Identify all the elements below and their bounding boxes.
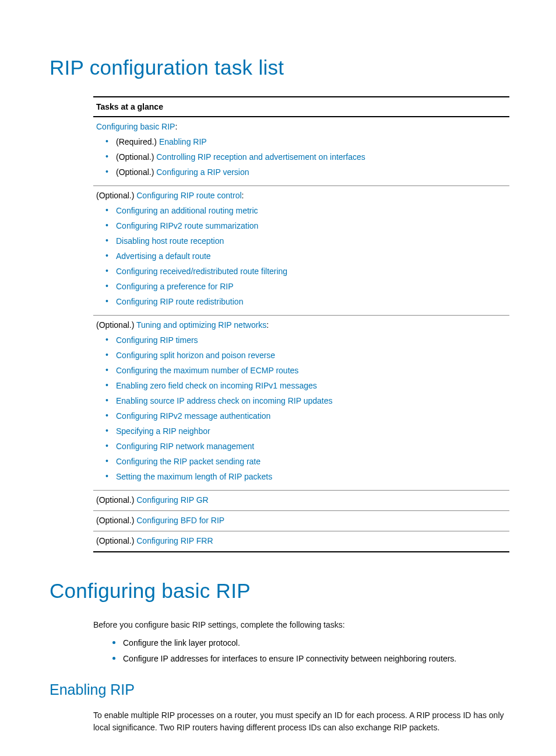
link-max-packet-length[interactable]: Setting the maximum length of RIP packet… [116,472,272,481]
link-enabling-rip[interactable]: Enabling RIP [159,137,207,146]
task-prefix: (Optional.) [96,516,136,525]
list-item: Configuring RIP network management [108,440,506,453]
list-item: Setting the maximum length of RIP packet… [108,471,506,483]
link-preference-for-rip[interactable]: Configuring a preference for RIP [116,282,234,291]
link-configuring-rip-version[interactable]: Configuring a RIP version [156,167,249,177]
link-source-ip-check[interactable]: Enabling source IP address check on inco… [116,396,333,405]
section-route-control: (Optional.) Configuring RIP route contro… [93,186,509,316]
link-disabling-host-route[interactable]: Disabling host route reception [116,236,224,246]
list-item: Configuring RIP timers [108,334,506,346]
link-rip-network-mgmt[interactable]: Configuring RIP network management [116,442,254,451]
link-configuring-rip-gr[interactable]: Configuring RIP GR [136,495,208,505]
link-route-redistribution[interactable]: Configuring RIP route redistribution [116,297,243,306]
enabling-rip-paragraph: To enable multiple RIP processes on a ro… [93,709,509,734]
section-rip-gr: (Optional.) Configuring RIP GR [93,491,509,511]
tasks-table: Tasks at a glance Configuring basic RIP:… [93,96,509,552]
list-item: Configuring an additional routing metric [108,205,506,217]
list-item: (Optional.) Configuring a RIP version [108,166,506,178]
task-prefix: (Optional.) [96,536,136,545]
section-basic-rip: Configuring basic RIP: (Required.) Enabl… [93,117,509,186]
link-configuring-basic-rip[interactable]: Configuring basic RIP [96,122,175,131]
list-item: Configuring RIPv2 route summarization [108,220,506,232]
section-rip-frr: (Optional.) Configuring RIP FRR [93,531,509,552]
list-item: Configuring split horizon and poison rev… [108,349,506,362]
list-item: Configuring received/redistributed route… [108,265,506,278]
list-item: Configuring a preference for RIP [108,281,506,293]
link-ecmp-routes[interactable]: Configuring the maximum number of ECMP r… [116,366,298,375]
list-item: (Required.) Enabling RIP [108,136,506,148]
link-tuning-rip-networks[interactable]: Tuning and optimizing RIP networks [136,320,266,330]
heading-rip-task-list: RIP configuration task list [50,52,509,83]
list-item: Enabling zero field check on incoming RI… [108,380,506,392]
task-prefix: (Optional.) [96,495,136,505]
link-rip-timers[interactable]: Configuring RIP timers [116,335,198,345]
text-colon: : [266,320,269,330]
task-prefix: (Optional.) [116,152,156,162]
link-configuring-rip-route-control[interactable]: Configuring RIP route control [136,191,241,200]
list-item: Configure IP addresses for interfaces to… [112,653,509,665]
list-item: Specifying a RIP neighbor [108,425,506,438]
link-route-filtering[interactable]: Configuring received/redistributed route… [116,267,287,276]
task-prefix: (Required.) [116,137,159,146]
link-additional-routing-metric[interactable]: Configuring an additional routing metric [116,206,258,215]
link-controlling-rip-reception[interactable]: Controlling RIP reception and advertisem… [156,152,365,162]
list-item: Configuring the maximum number of ECMP r… [108,365,506,377]
section-tuning: (Optional.) Tuning and optimizing RIP ne… [93,316,509,491]
link-packet-sending-rate[interactable]: Configuring the RIP packet sending rate [116,457,261,466]
link-rip-neighbor[interactable]: Specifying a RIP neighbor [116,426,210,436]
task-prefix: (Optional.) [116,167,156,177]
heading-configuring-basic-rip: Configuring basic RIP [50,576,509,607]
intro-paragraph: Before you configure basic RIP settings,… [93,619,509,631]
list-item: Configuring the RIP packet sending rate [108,456,506,468]
list-item: Configure the link layer protocol. [112,637,509,649]
list-item: Configuring RIPv2 message authentication [108,410,506,422]
table-header: Tasks at a glance [93,97,509,117]
link-ripv2-summarization[interactable]: Configuring RIPv2 route summarization [116,221,258,230]
link-split-horizon[interactable]: Configuring split horizon and poison rev… [116,351,275,360]
list-item: Disabling host route reception [108,235,506,247]
list-item: Advertising a default route [108,250,506,262]
link-configuring-bfd-for-rip[interactable]: Configuring BFD for RIP [136,516,224,525]
task-prefix: (Optional.) [96,191,136,200]
text-colon: : [175,122,177,131]
list-item: (Optional.) Controlling RIP reception an… [108,151,506,163]
text-colon: : [242,191,244,200]
task-prefix: (Optional.) [96,320,136,330]
link-zero-field-check[interactable]: Enabling zero field check on incoming RI… [116,381,317,390]
list-item: Configuring RIP route redistribution [108,296,506,308]
section-bfd-rip: (Optional.) Configuring BFD for RIP [93,511,509,531]
link-ripv2-auth[interactable]: Configuring RIPv2 message authentication [116,411,270,421]
link-configuring-rip-frr[interactable]: Configuring RIP FRR [136,536,213,545]
list-item: Enabling source IP address check on inco… [108,395,506,407]
heading-enabling-rip: Enabling RIP [50,679,509,701]
link-advertising-default-route[interactable]: Advertising a default route [116,251,211,261]
